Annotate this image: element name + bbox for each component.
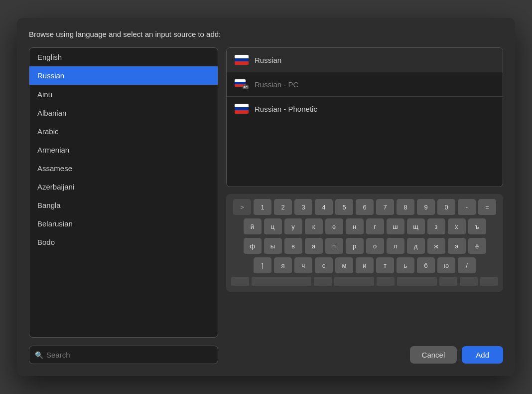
key-м[interactable]: м — [335, 257, 353, 274]
source-name-russian: Russian — [255, 56, 281, 64]
key-8[interactable]: 8 — [397, 199, 414, 216]
key-2[interactable]: 2 — [274, 199, 292, 216]
key-л[interactable]: л — [387, 238, 404, 255]
key-о[interactable]: о — [366, 238, 384, 255]
key-р[interactable]: р — [346, 238, 364, 255]
key-space-2 — [314, 277, 332, 287]
key-щ[interactable]: щ — [407, 218, 425, 235]
language-input-dialog: Browse using language and select an inpu… — [17, 18, 515, 376]
lang-item-russian[interactable]: Russian — [29, 66, 218, 85]
key-с[interactable]: с — [315, 257, 333, 274]
key-space-8 — [480, 277, 498, 287]
right-pane: Russian PC Russian - PC — [226, 47, 503, 338]
add-button[interactable]: Add — [462, 346, 503, 364]
key-space-6 — [439, 277, 457, 287]
key-э[interactable]: э — [448, 238, 466, 255]
lang-item-armenian[interactable]: Armenian — [29, 141, 218, 159]
key-ц[interactable]: ц — [264, 218, 282, 235]
key-а[interactable]: а — [305, 238, 323, 255]
key-п[interactable]: п — [325, 238, 343, 255]
flag-russian-pc: PC — [235, 79, 249, 89]
keyboard-row-3: ф ы в а п р о л д ж э ё — [230, 238, 499, 255]
key-н[interactable]: н — [346, 218, 364, 235]
key-ш[interactable]: ш — [387, 218, 404, 235]
dialog-title: Browse using language and select an inpu… — [29, 30, 503, 38]
language-list-container: English Russian Ainu Albanian Arabic Arm… — [29, 47, 218, 338]
key-я[interactable]: я — [274, 257, 292, 274]
keyboard-preview: > 1 2 3 4 5 6 7 8 9 0 - = й ц — [226, 194, 503, 292]
cancel-button[interactable]: Cancel — [410, 346, 457, 364]
key-0[interactable]: 0 — [437, 199, 455, 216]
key-minus[interactable]: - — [458, 199, 476, 216]
source-name-russian-pc: Russian - PC — [255, 80, 298, 89]
key-д[interactable]: д — [407, 238, 425, 255]
lang-item-english[interactable]: English — [29, 48, 218, 66]
key-6[interactable]: 6 — [356, 199, 374, 216]
key-3[interactable]: 3 — [294, 199, 312, 216]
lang-item-bangla[interactable]: Bangla — [29, 196, 218, 214]
key-ч[interactable]: ч — [294, 257, 312, 274]
key-ё[interactable]: ё — [468, 238, 486, 255]
key-т[interactable]: т — [376, 257, 394, 274]
key-space-7 — [460, 277, 478, 287]
key-1[interactable]: 1 — [254, 199, 271, 216]
keyboard-row-1: > 1 2 3 4 5 6 7 8 9 0 - = — [230, 199, 499, 216]
key-е[interactable]: е — [325, 218, 343, 235]
key-г[interactable]: г — [366, 218, 384, 235]
key-ж[interactable]: ж — [427, 238, 445, 255]
source-item-russian[interactable]: Russian — [227, 48, 503, 72]
key-space-3 — [334, 277, 374, 287]
key-ю[interactable]: ю — [437, 257, 455, 274]
key-spacebar[interactable] — [252, 277, 311, 287]
content-area: English Russian Ainu Albanian Arabic Arm… — [29, 47, 503, 338]
keyboard-row-5 — [230, 277, 499, 287]
key-space-5 — [397, 277, 437, 287]
flag-russian — [235, 55, 249, 65]
key-ъ[interactable]: ъ — [468, 218, 486, 235]
flag-russian-phonetic — [235, 104, 249, 114]
key-ь[interactable]: ь — [397, 257, 414, 274]
key-и[interactable]: и — [356, 257, 374, 274]
lang-item-arabic[interactable]: Arabic — [29, 122, 218, 141]
key-gt[interactable]: > — [233, 199, 251, 216]
key-б[interactable]: б — [417, 257, 435, 274]
key-5[interactable]: 5 — [335, 199, 353, 216]
search-wrapper: 🔍 — [29, 346, 218, 364]
key-bracket[interactable]: ] — [254, 257, 271, 274]
key-space-4 — [377, 277, 395, 287]
key-space-1 — [231, 277, 249, 287]
lang-item-albanian[interactable]: Albanian — [29, 104, 218, 122]
lang-item-bodo[interactable]: Bodo — [29, 233, 218, 251]
keyboard-row-2: й ц у к е н г ш щ з х ъ — [230, 218, 499, 235]
key-4[interactable]: 4 — [315, 199, 333, 216]
lang-item-belarusian[interactable]: Belarusian — [29, 214, 218, 233]
source-name-russian-phonetic: Russian - Phonetic — [255, 105, 317, 113]
key-й[interactable]: й — [244, 218, 262, 235]
bottom-buttons: Cancel Add — [410, 346, 503, 364]
key-ф[interactable]: ф — [244, 238, 262, 255]
lang-item-assamese[interactable]: Assamese — [29, 159, 218, 178]
source-item-russian-phonetic[interactable]: Russian - Phonetic — [227, 97, 503, 121]
key-equals[interactable]: = — [478, 199, 496, 216]
key-9[interactable]: 9 — [417, 199, 435, 216]
key-в[interactable]: в — [284, 238, 302, 255]
input-source-list: Russian PC Russian - PC — [226, 47, 503, 187]
key-7[interactable]: 7 — [376, 199, 394, 216]
lang-item-ainu[interactable]: Ainu — [29, 85, 218, 104]
key-slash[interactable]: / — [458, 257, 476, 274]
key-х[interactable]: х — [448, 218, 466, 235]
lang-item-azerbaijani[interactable]: Azerbaijani — [29, 178, 218, 196]
bottom-bar: 🔍 Cancel Add — [29, 346, 503, 364]
source-item-russian-pc[interactable]: PC Russian - PC — [227, 72, 503, 97]
keyboard-row-4: ] я ч с м и т ь б ю / — [230, 257, 499, 274]
key-ы[interactable]: ы — [264, 238, 282, 255]
key-з[interactable]: з — [427, 218, 445, 235]
key-к[interactable]: к — [305, 218, 323, 235]
search-input[interactable] — [29, 346, 218, 364]
key-у[interactable]: у — [284, 218, 302, 235]
language-list: English Russian Ainu Albanian Arabic Arm… — [29, 48, 218, 337]
